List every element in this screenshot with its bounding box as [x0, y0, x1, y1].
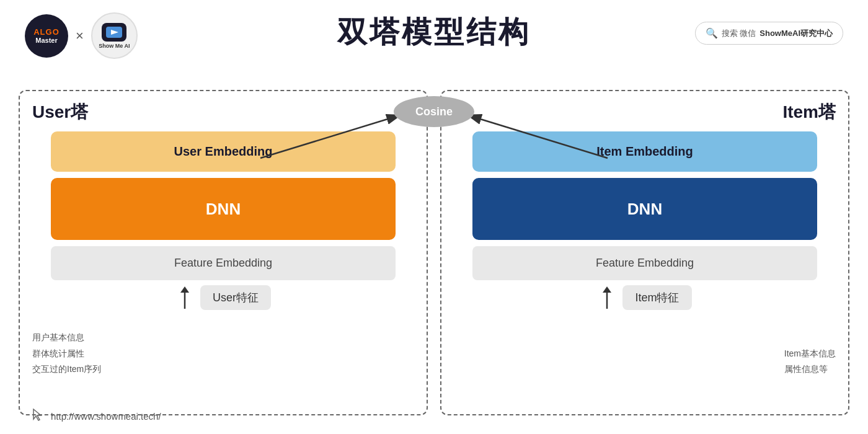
cosine-area: Cosine	[394, 96, 474, 127]
showmeai-icon	[102, 23, 126, 42]
main-content: User塔 User Embedding DNN Feature Embeddi…	[19, 90, 849, 415]
user-dnn-text: DNN	[206, 200, 241, 219]
master-text: Master	[35, 37, 57, 44]
item-dnn-text: DNN	[627, 200, 662, 219]
showmeai-logo: Show Me AI	[91, 12, 138, 59]
svg-marker-8	[603, 286, 611, 293]
item-tower-label: Item塔	[782, 100, 836, 124]
cosine-oval: Cosine	[394, 96, 474, 127]
x-divider: ×	[76, 28, 84, 44]
user-arrow-feature-row: User特征	[51, 285, 396, 310]
item-feature-embedding-text: Feature Embedding	[596, 257, 694, 270]
algo-master-logo: ALGO Master	[25, 14, 68, 58]
item-note-2: 属性信息等	[784, 361, 836, 377]
user-tower-notes: 用户基本信息 群体统计属性 交互过的Item序列	[32, 330, 101, 377]
search-icon: 🔍	[706, 27, 718, 39]
user-embedding-block: User Embedding	[51, 131, 396, 172]
user-arrow-up-svg	[175, 285, 194, 310]
item-arrow-feature-row: Item特征	[472, 285, 817, 310]
logo-area: ALGO Master × Show Me AI	[25, 12, 138, 59]
user-feature-embedding-block: Feature Embedding	[51, 246, 396, 280]
page-title: 双塔模型结构	[337, 12, 531, 52]
footer-url: http://www.showmeai.tech/	[51, 411, 161, 422]
user-note-1: 用户基本信息	[32, 330, 101, 345]
search-prefix: 搜索 微信	[722, 28, 756, 39]
item-embedding-block: Item Embedding	[472, 131, 817, 172]
user-dnn-block: DNN	[51, 178, 396, 240]
user-note-2: 群体统计属性	[32, 346, 101, 361]
item-feature-embedding-block: Feature Embedding	[472, 246, 817, 280]
item-feature-label: Item特征	[635, 291, 679, 304]
svg-marker-6	[180, 286, 189, 293]
showmeai-text: Show Me AI	[99, 43, 130, 49]
user-feature-label: User特征	[213, 291, 259, 304]
item-note-1: Item基本信息	[784, 346, 836, 361]
search-box[interactable]: 🔍 搜索 微信 ShowMeAI研究中心	[695, 22, 843, 45]
user-tower-label: User塔	[32, 100, 88, 124]
cosine-label: Cosine	[415, 105, 453, 118]
item-embedding-text: Item Embedding	[596, 144, 693, 159]
cursor-icon	[31, 408, 45, 425]
item-tower-notes: Item基本信息 属性信息等	[784, 346, 836, 377]
user-note-3: 交互过的Item序列	[32, 361, 101, 377]
user-feature-box: User特征	[200, 285, 271, 310]
item-feature-box: Item特征	[622, 285, 691, 310]
item-dnn-block: DNN	[472, 178, 817, 240]
search-brand: ShowMeAI研究中心	[760, 28, 833, 39]
header: ALGO Master × Show Me AI 双塔模型结构 🔍 搜索 微信 …	[0, 0, 868, 58]
item-arrow-up-svg	[598, 285, 616, 310]
algo-text: ALGO	[33, 27, 60, 37]
user-feature-embedding-text: Feature Embedding	[174, 257, 272, 270]
item-tower: Item塔 Item Embedding DNN Feature Embeddi…	[440, 90, 849, 415]
user-tower: User塔 User Embedding DNN Feature Embeddi…	[19, 90, 428, 415]
user-embedding-text: User Embedding	[174, 144, 273, 159]
footer: http://www.showmeai.tech/	[31, 408, 161, 425]
